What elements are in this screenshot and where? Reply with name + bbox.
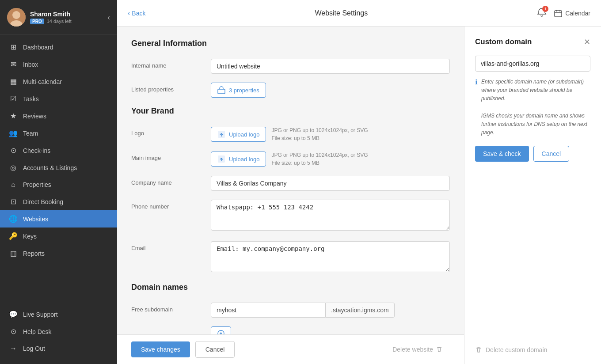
panel-footer: Delete custom domain (475, 336, 590, 353)
sidebar-item-properties[interactable]: ⌂ Properties (0, 176, 117, 193)
subdomain-row: Free subdomain .staycation.igms.com (131, 303, 450, 318)
listed-properties-field: 3 properties (211, 83, 450, 98)
listed-properties-count: 3 properties (229, 87, 259, 94)
company-name-row: Company name (131, 176, 450, 191)
brand-title: Your Brand (131, 106, 450, 116)
phone-textarea[interactable]: Whatspapp: +1 555 123 4242 (211, 200, 450, 231)
sidebar-item-label: Live Support (23, 311, 58, 318)
delete-website-button[interactable]: Delete website (385, 341, 450, 357)
upload-logo-button[interactable]: Upload logo (211, 127, 266, 142)
sidebar-item-team[interactable]: 👥 Team (0, 125, 117, 142)
topbar: ‹ Back Website Settings 1 Calendar (117, 0, 601, 27)
team-icon: 👥 (9, 129, 18, 137)
sidebar-item-label: Help Desk (23, 328, 52, 335)
sidebar: Sharon Smith PRO 14 days left ‹ ⊞ Dashbo… (0, 0, 117, 364)
delete-domain-label: Delete custom domain (486, 346, 547, 353)
internal-name-row: Internal name (131, 59, 450, 74)
accounts-icon: ◎ (9, 163, 18, 172)
sidebar-item-keys[interactable]: 🔑 Keys (0, 228, 117, 245)
delete-custom-domain-button[interactable]: Delete custom domain (475, 346, 547, 353)
custom-domain-row (131, 326, 450, 334)
calendar-button[interactable]: Calendar (554, 9, 590, 18)
internal-name-input[interactable] (211, 59, 450, 74)
logo-row: Logo Upload logo JPG or PNG up to 1024x1… (131, 126, 450, 142)
phone-row: Phone number Whatspapp: +1 555 123 4242 (131, 200, 450, 232)
svg-rect-3 (555, 11, 562, 17)
panel-title: Custom domain (475, 38, 532, 46)
sidebar-nav: ⊞ Dashboard ✉ Inbox ▦ Multi-calendar ☑ T… (0, 35, 117, 302)
sidebar-item-label: Reviews (23, 113, 46, 120)
save-check-button[interactable]: Save & check (475, 146, 529, 162)
sidebar-item-label: Log Out (23, 345, 45, 352)
sidebar-item-accounts-listings[interactable]: ◎ Accounts & Listings (0, 159, 117, 176)
sidebar-item-label: Properties (23, 181, 51, 188)
add-custom-domain-button[interactable] (211, 326, 231, 334)
page-title: Website Settings (315, 9, 368, 17)
main-area: ‹ Back Website Settings 1 Calendar (117, 0, 601, 364)
delete-website-label: Delete website (392, 346, 433, 353)
sidebar-item-direct-booking[interactable]: ⊡ Direct Booking (0, 193, 117, 210)
phone-label: Phone number (131, 200, 211, 210)
listed-properties-label: Listed properties (131, 83, 211, 93)
sidebar-item-label: Direct Booking (23, 198, 63, 205)
internal-name-label: Internal name (131, 59, 211, 69)
save-changes-button[interactable]: Save changes (131, 341, 190, 357)
sidebar-item-label: Check-ins (23, 147, 50, 154)
bottom-bar: Save changes Cancel Delete website (117, 334, 464, 364)
subdomain-input[interactable] (211, 303, 326, 318)
sidebar-item-multi-calendar[interactable]: ▦ Multi-calendar (0, 73, 117, 90)
topbar-left: ‹ Back (128, 9, 145, 17)
sidebar-item-inbox[interactable]: ✉ Inbox (0, 56, 117, 73)
domain-hint-text: Enter specific domain name (or subdomain… (481, 78, 590, 137)
listed-properties-button[interactable]: 3 properties (211, 83, 266, 98)
calendar-icon: ▦ (9, 77, 18, 86)
avatar (7, 8, 26, 27)
pro-tag: PRO (30, 19, 44, 24)
cancel-button[interactable]: Cancel (195, 341, 235, 358)
sidebar-item-dashboard[interactable]: ⊞ Dashboard (0, 38, 117, 56)
custom-domain-input[interactable] (475, 56, 590, 72)
sidebar-item-label: Accounts & Listings (23, 164, 77, 171)
svg-rect-4 (218, 89, 225, 94)
custom-domain-field (211, 326, 450, 334)
sidebar-item-tasks[interactable]: ☑ Tasks (0, 90, 117, 107)
company-name-input[interactable] (211, 176, 450, 191)
websites-icon: 🌐 (9, 215, 18, 223)
main-image-upload-hint: JPG or PNG up to 1024x1024px, or SVGFile… (271, 151, 368, 167)
upload-main-image-label: Upload logo (229, 156, 259, 163)
svg-point-1 (12, 11, 20, 19)
custom-domain-panel: Custom domain ✕ ℹ Enter specific domain … (464, 27, 601, 364)
email-textarea[interactable]: Email: my.company@company.org (211, 241, 450, 272)
info-icon: ℹ (475, 78, 478, 137)
inbox-icon: ✉ (9, 60, 18, 68)
checkins-icon: ⊙ (9, 146, 18, 155)
upload-main-image-button[interactable]: Upload logo (211, 152, 266, 167)
topbar-right: 1 Calendar (537, 8, 590, 19)
sidebar-item-websites[interactable]: 🌐 Websites (0, 210, 117, 228)
sidebar-item-live-support[interactable]: 💬 Live Support (0, 306, 117, 323)
email-row: Email Email: my.company@company.org (131, 241, 450, 274)
phone-field: Whatspapp: +1 555 123 4242 (211, 200, 450, 232)
panel-header: Custom domain ✕ (475, 37, 590, 47)
main-image-label: Main image (131, 151, 211, 161)
panel-close-button[interactable]: ✕ (584, 37, 590, 47)
logout-icon: → (9, 345, 18, 353)
sidebar-item-help-desk[interactable]: ⊙ Help Desk (0, 323, 117, 340)
panel-actions: Save & check Cancel (475, 146, 590, 162)
sidebar-item-label: Tasks (23, 95, 39, 102)
domain-title: Domain names (131, 283, 450, 292)
back-button[interactable]: ‹ Back (128, 9, 145, 17)
form-panel: General Information Internal name Listed… (117, 27, 464, 334)
reports-icon: ▥ (9, 249, 18, 258)
sidebar-item-reviews[interactable]: ★ Reviews (0, 107, 117, 125)
sidebar-item-reports[interactable]: ▥ Reports (0, 245, 117, 262)
notifications-button[interactable]: 1 (537, 8, 547, 19)
panel-cancel-button[interactable]: Cancel (533, 146, 570, 162)
sidebar-item-label: Websites (23, 216, 48, 223)
dashboard-icon: ⊞ (9, 43, 18, 51)
sidebar-item-check-ins[interactable]: ⊙ Check-ins (0, 142, 117, 159)
upload-logo-label: Upload logo (229, 131, 259, 138)
sidebar-item-log-out[interactable]: → Log Out (0, 340, 117, 357)
sidebar-collapse-icon[interactable]: ‹ (107, 13, 110, 22)
email-field: Email: my.company@company.org (211, 241, 450, 274)
